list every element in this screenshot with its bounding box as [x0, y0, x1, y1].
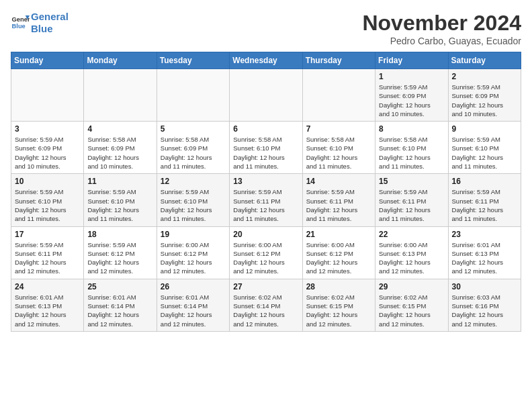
day-number: 2	[452, 72, 517, 81]
month-title: November 2024	[362, 11, 521, 36]
calendar-cell: 14Sunrise: 5:59 AM Sunset: 6:11 PM Dayli…	[302, 174, 375, 226]
calendar-cell: 29Sunrise: 6:02 AM Sunset: 6:15 PM Dayli…	[375, 279, 448, 331]
calendar-cell: 24Sunrise: 6:01 AM Sunset: 6:13 PM Dayli…	[11, 279, 84, 331]
day-number: 24	[15, 282, 80, 291]
logo-icon: General Blue	[11, 13, 30, 32]
day-number: 14	[306, 177, 371, 186]
logo-text: GeneralBlue	[31, 11, 69, 35]
day-number: 12	[161, 177, 226, 186]
day-number: 5	[161, 124, 226, 134]
calendar-cell: 23Sunrise: 6:01 AM Sunset: 6:13 PM Dayli…	[448, 226, 521, 279]
calendar-cell: 13Sunrise: 5:59 AM Sunset: 6:11 PM Dayli…	[230, 174, 302, 226]
day-info: Sunrise: 6:02 AM Sunset: 6:15 PM Dayligh…	[379, 293, 444, 328]
logo: General Blue GeneralBlue	[11, 11, 69, 35]
calendar-cell: 25Sunrise: 6:01 AM Sunset: 6:14 PM Dayli…	[84, 279, 157, 331]
location-subtitle: Pedro Carbo, Guayas, Ecuador	[362, 36, 521, 46]
calendar-cell: 10Sunrise: 5:59 AM Sunset: 6:10 PM Dayli…	[11, 174, 84, 226]
weekday-header-tuesday: Tuesday	[157, 52, 229, 69]
calendar-cell: 16Sunrise: 5:59 AM Sunset: 6:11 PM Dayli…	[448, 174, 521, 226]
day-info: Sunrise: 5:59 AM Sunset: 6:10 PM Dayligh…	[87, 187, 152, 223]
day-info: Sunrise: 5:59 AM Sunset: 6:11 PM Dayligh…	[452, 187, 517, 223]
calendar-week-3: 10Sunrise: 5:59 AM Sunset: 6:10 PM Dayli…	[11, 174, 521, 226]
day-info: Sunrise: 5:59 AM Sunset: 6:10 PM Dayligh…	[452, 135, 517, 171]
day-number: 6	[233, 124, 298, 134]
day-info: Sunrise: 6:00 AM Sunset: 6:13 PM Dayligh…	[379, 240, 444, 276]
day-number: 19	[161, 230, 226, 239]
day-info: Sunrise: 6:00 AM Sunset: 6:12 PM Dayligh…	[161, 240, 226, 276]
day-info: Sunrise: 6:01 AM Sunset: 6:13 PM Dayligh…	[452, 240, 517, 276]
day-info: Sunrise: 5:59 AM Sunset: 6:11 PM Dayligh…	[233, 187, 298, 223]
day-number: 27	[233, 282, 298, 291]
calendar-cell	[11, 69, 84, 122]
calendar-cell: 9Sunrise: 5:59 AM Sunset: 6:10 PM Daylig…	[448, 122, 521, 174]
calendar-week-5: 24Sunrise: 6:01 AM Sunset: 6:13 PM Dayli…	[11, 279, 521, 331]
calendar-cell: 7Sunrise: 5:58 AM Sunset: 6:10 PM Daylig…	[302, 122, 375, 174]
calendar-cell: 1Sunrise: 5:59 AM Sunset: 6:09 PM Daylig…	[375, 69, 448, 122]
weekday-header-sunday: Sunday	[11, 52, 84, 69]
day-number: 20	[233, 230, 298, 239]
calendar-week-2: 3Sunrise: 5:59 AM Sunset: 6:09 PM Daylig…	[11, 122, 521, 174]
calendar-week-1: 1Sunrise: 5:59 AM Sunset: 6:09 PM Daylig…	[11, 69, 521, 122]
day-number: 9	[452, 124, 517, 134]
calendar-cell: 22Sunrise: 6:00 AM Sunset: 6:13 PM Dayli…	[375, 226, 448, 279]
day-number: 1	[379, 72, 444, 81]
day-info: Sunrise: 5:59 AM Sunset: 6:09 PM Dayligh…	[379, 83, 444, 118]
day-number: 4	[87, 124, 152, 134]
page-header: General Blue GeneralBlue November 2024 P…	[11, 11, 521, 46]
day-number: 25	[87, 282, 152, 291]
calendar-cell: 21Sunrise: 6:00 AM Sunset: 6:12 PM Dayli…	[302, 226, 375, 279]
calendar-cell	[84, 69, 157, 122]
day-info: Sunrise: 5:59 AM Sunset: 6:11 PM Dayligh…	[306, 187, 371, 223]
calendar-cell: 26Sunrise: 6:01 AM Sunset: 6:14 PM Dayli…	[157, 279, 229, 331]
calendar-cell: 8Sunrise: 5:58 AM Sunset: 6:10 PM Daylig…	[375, 122, 448, 174]
day-info: Sunrise: 5:58 AM Sunset: 6:09 PM Dayligh…	[161, 135, 226, 171]
day-info: Sunrise: 5:59 AM Sunset: 6:09 PM Dayligh…	[452, 83, 517, 118]
day-number: 15	[379, 177, 444, 186]
day-number: 7	[306, 124, 371, 134]
calendar-cell	[230, 69, 302, 122]
calendar-week-4: 17Sunrise: 5:59 AM Sunset: 6:11 PM Dayli…	[11, 226, 521, 279]
calendar-cell: 27Sunrise: 6:02 AM Sunset: 6:14 PM Dayli…	[230, 279, 302, 331]
weekday-header-row: SundayMondayTuesdayWednesdayThursdayFrid…	[11, 52, 521, 69]
day-number: 8	[379, 124, 444, 134]
calendar-cell: 6Sunrise: 5:58 AM Sunset: 6:10 PM Daylig…	[230, 122, 302, 174]
day-info: Sunrise: 5:59 AM Sunset: 6:11 PM Dayligh…	[15, 240, 80, 276]
day-number: 17	[15, 230, 80, 239]
day-number: 13	[233, 177, 298, 186]
day-number: 3	[15, 124, 80, 134]
day-number: 21	[306, 230, 371, 239]
calendar-cell: 5Sunrise: 5:58 AM Sunset: 6:09 PM Daylig…	[157, 122, 229, 174]
day-info: Sunrise: 5:59 AM Sunset: 6:12 PM Dayligh…	[87, 240, 152, 276]
day-info: Sunrise: 5:58 AM Sunset: 6:10 PM Dayligh…	[306, 135, 371, 171]
calendar-cell: 11Sunrise: 5:59 AM Sunset: 6:10 PM Dayli…	[84, 174, 157, 226]
calendar-cell: 12Sunrise: 5:59 AM Sunset: 6:10 PM Dayli…	[157, 174, 229, 226]
calendar-cell: 3Sunrise: 5:59 AM Sunset: 6:09 PM Daylig…	[11, 122, 84, 174]
calendar-table: SundayMondayTuesdayWednesdayThursdayFrid…	[11, 52, 521, 332]
calendar-cell: 17Sunrise: 5:59 AM Sunset: 6:11 PM Dayli…	[11, 226, 84, 279]
day-info: Sunrise: 6:02 AM Sunset: 6:14 PM Dayligh…	[233, 293, 298, 328]
weekday-header-wednesday: Wednesday	[230, 52, 302, 69]
day-info: Sunrise: 5:58 AM Sunset: 6:09 PM Dayligh…	[87, 135, 152, 171]
day-info: Sunrise: 6:01 AM Sunset: 6:14 PM Dayligh…	[87, 293, 152, 328]
calendar-cell: 4Sunrise: 5:58 AM Sunset: 6:09 PM Daylig…	[84, 122, 157, 174]
day-info: Sunrise: 5:58 AM Sunset: 6:10 PM Dayligh…	[379, 135, 444, 171]
calendar-cell: 2Sunrise: 5:59 AM Sunset: 6:09 PM Daylig…	[448, 69, 521, 122]
day-number: 10	[15, 177, 80, 186]
calendar-cell: 19Sunrise: 6:00 AM Sunset: 6:12 PM Dayli…	[157, 226, 229, 279]
day-number: 11	[87, 177, 152, 186]
day-info: Sunrise: 5:58 AM Sunset: 6:10 PM Dayligh…	[233, 135, 298, 171]
day-number: 28	[306, 282, 371, 291]
svg-text:Blue: Blue	[12, 23, 26, 30]
calendar-cell: 30Sunrise: 6:03 AM Sunset: 6:16 PM Dayli…	[448, 279, 521, 331]
day-info: Sunrise: 5:59 AM Sunset: 6:11 PM Dayligh…	[379, 187, 444, 223]
day-info: Sunrise: 6:00 AM Sunset: 6:12 PM Dayligh…	[306, 240, 371, 276]
day-number: 18	[87, 230, 152, 239]
day-number: 22	[379, 230, 444, 239]
calendar-cell	[157, 69, 229, 122]
day-number: 16	[452, 177, 517, 186]
calendar-cell: 18Sunrise: 5:59 AM Sunset: 6:12 PM Dayli…	[84, 226, 157, 279]
calendar-cell: 15Sunrise: 5:59 AM Sunset: 6:11 PM Dayli…	[375, 174, 448, 226]
day-info: Sunrise: 5:59 AM Sunset: 6:09 PM Dayligh…	[15, 135, 80, 171]
day-info: Sunrise: 6:01 AM Sunset: 6:13 PM Dayligh…	[15, 293, 80, 328]
day-info: Sunrise: 6:02 AM Sunset: 6:15 PM Dayligh…	[306, 293, 371, 328]
